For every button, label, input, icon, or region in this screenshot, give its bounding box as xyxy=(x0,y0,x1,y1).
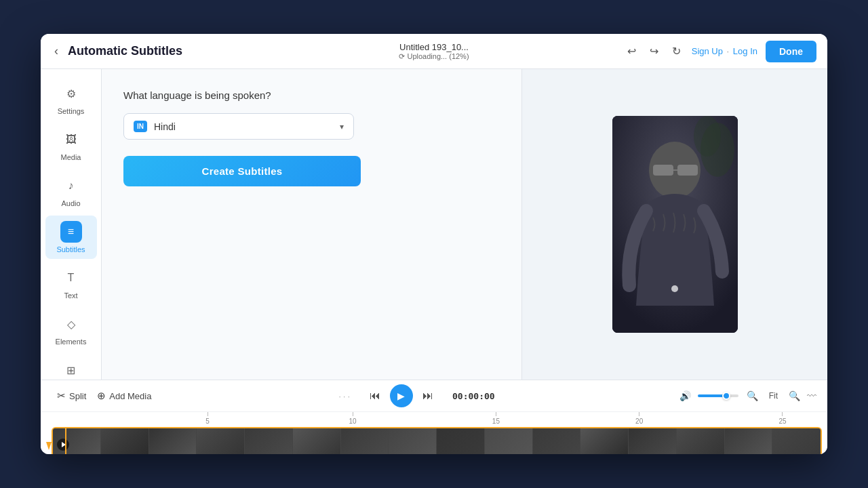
sidebar-item-subtitles[interactable]: ≡ Subtitles xyxy=(45,216,97,259)
timeline-section: ✂ Split ⊕ Add Media · · · ⏮ ▶ ⏭ 00:00:00 xyxy=(41,380,827,454)
refresh-button[interactable]: ↻ xyxy=(669,42,684,60)
subtitles-panel: What language is being spoken? IN Hindi … xyxy=(102,69,522,380)
redo-button[interactable]: ↪ xyxy=(647,42,661,60)
language-dropdown[interactable]: IN Hindi ▾ xyxy=(123,113,354,140)
video-thumbnail xyxy=(612,116,738,333)
waveform-icon: 〰 xyxy=(807,390,816,401)
zoom-area: 🔍 Fit 🔍 〰 xyxy=(744,388,816,404)
zoom-out-button[interactable]: 🔍 xyxy=(744,388,761,404)
ruler-mark-10: 10 xyxy=(349,412,357,425)
add-media-button[interactable]: ⊕ Add Media xyxy=(92,387,157,405)
filmstrip-row xyxy=(41,426,827,454)
sidebar-label-settings: Settings xyxy=(58,107,85,115)
section-label: · · · xyxy=(338,392,350,401)
ruler-mark-25: 25 xyxy=(778,412,786,425)
sidebar: ⚙ Settings 🖼 Media ♪ Audio ≡ Subtitles T… xyxy=(41,69,102,380)
audio-icon: ♪ xyxy=(60,175,82,197)
header-right: ↩ ↪ ↻ Sign Up · Log In Done xyxy=(561,41,816,62)
page-title: Automatic Subtitles xyxy=(68,44,182,58)
preview-area xyxy=(522,69,827,380)
film-frame-12 xyxy=(580,428,629,454)
fast-forward-button[interactable]: ⏭ xyxy=(420,387,436,405)
main-layout: ⚙ Settings 🖼 Media ♪ Audio ≡ Subtitles T… xyxy=(41,69,827,380)
fit-button[interactable]: Fit xyxy=(765,388,782,403)
add-media-icon: ⊕ xyxy=(97,390,106,402)
templates-icon: ⊞ xyxy=(60,359,82,380)
play-button[interactable]: ▶ xyxy=(390,384,413,407)
create-subtitles-button[interactable]: Create Subtitles xyxy=(123,156,361,186)
transport-controls: · · · ⏮ ▶ ⏭ 00:00:00 xyxy=(157,384,676,407)
playhead xyxy=(65,427,66,454)
sidebar-label-media: Media xyxy=(61,153,81,161)
volume-button[interactable]: 🔊 xyxy=(677,388,694,404)
language-name: Hindi xyxy=(154,121,176,132)
app-window: ‹ Automatic Subtitles Untitled 193_10...… xyxy=(41,34,827,454)
log-in-link[interactable]: Log In xyxy=(733,46,757,56)
subtitles-icon: ≡ xyxy=(60,221,82,243)
film-frame-9 xyxy=(437,428,485,454)
film-frame-8 xyxy=(389,428,437,454)
svg-rect-2 xyxy=(653,165,673,176)
project-name: Untitled 193_10... xyxy=(399,42,469,52)
sidebar-item-elements[interactable]: ◇ Elements xyxy=(45,308,97,351)
ruler-mark-5: 5 xyxy=(205,412,210,425)
film-frame-2 xyxy=(101,428,149,454)
svg-point-5 xyxy=(671,285,678,292)
sidebar-label-subtitles: Subtitles xyxy=(56,245,85,253)
media-icon: 🖼 xyxy=(60,129,82,150)
film-frame-13 xyxy=(629,428,677,454)
film-frame-5 xyxy=(245,428,293,454)
language-question: What language is being spoken? xyxy=(123,89,500,101)
header-left: ‹ Automatic Subtitles xyxy=(52,41,307,61)
timeline-toolbar: ✂ Split ⊕ Add Media · · · ⏮ ▶ ⏭ 00:00:00 xyxy=(41,380,827,412)
header-center: Untitled 193_10... ⟳ Uploading... (12%) xyxy=(307,42,561,61)
sidebar-label-text: Text xyxy=(64,291,77,300)
split-icon: ✂ xyxy=(57,390,66,402)
ruler-mark-20: 20 xyxy=(635,412,643,425)
language-flag: IN xyxy=(134,121,147,132)
chevron-down-icon: ▾ xyxy=(340,122,344,131)
undo-button[interactable]: ↩ xyxy=(625,42,639,60)
film-frame-10 xyxy=(485,428,533,454)
auth-separator: · xyxy=(727,46,732,56)
elements-icon: ◇ xyxy=(60,313,82,335)
sidebar-item-media[interactable]: 🖼 Media xyxy=(45,123,97,167)
auth-links: Sign Up · Log In xyxy=(692,46,757,56)
time-display: 00:00:00 xyxy=(452,391,495,401)
add-media-label: Add Media xyxy=(109,391,151,401)
film-frame-3 xyxy=(149,428,197,454)
film-frame-4 xyxy=(197,428,245,454)
volume-slider[interactable] xyxy=(698,394,738,397)
filmstrip[interactable] xyxy=(52,427,822,454)
svg-rect-3 xyxy=(677,165,698,176)
film-frame-15 xyxy=(725,428,773,454)
ruler-marks: 5 10 15 20 25 xyxy=(62,412,816,426)
toolbar-row: ✂ Split ⊕ Add Media · · · ⏮ ▶ ⏭ 00:00:00 xyxy=(52,384,816,407)
sidebar-item-audio[interactable]: ♪ Audio xyxy=(45,169,97,213)
zoom-in-button[interactable]: 🔍 xyxy=(786,388,803,404)
timeline-ruler: 5 10 15 20 25 xyxy=(41,412,827,426)
volume-thumb xyxy=(722,392,730,400)
film-frame-6 xyxy=(293,428,341,454)
settings-icon: ⚙ xyxy=(60,83,82,104)
sidebar-label-audio: Audio xyxy=(61,199,80,207)
rewind-button[interactable]: ⏮ xyxy=(367,387,383,405)
sidebar-label-elements: Elements xyxy=(56,338,87,346)
film-frame-16 xyxy=(772,428,821,454)
done-button[interactable]: Done xyxy=(766,41,816,62)
film-frame-11 xyxy=(533,428,581,454)
language-left: IN Hindi xyxy=(134,121,176,132)
film-frame-14 xyxy=(677,428,725,454)
sign-up-link[interactable]: Sign Up xyxy=(692,46,723,56)
text-icon: T xyxy=(60,267,82,289)
split-label: Split xyxy=(69,391,86,401)
header: ‹ Automatic Subtitles Untitled 193_10...… xyxy=(41,34,827,69)
sidebar-item-text[interactable]: T Text xyxy=(45,262,97,305)
sidebar-item-templates[interactable]: ⊞ Templates xyxy=(45,354,97,380)
split-button[interactable]: ✂ Split xyxy=(52,387,92,405)
volume-area: 🔊 xyxy=(677,388,738,404)
video-preview xyxy=(612,116,738,333)
upload-status: ⟳ Uploading... (12%) xyxy=(399,52,469,61)
sidebar-item-settings[interactable]: ⚙ Settings xyxy=(45,77,97,121)
back-button[interactable]: ‹ xyxy=(52,41,61,61)
